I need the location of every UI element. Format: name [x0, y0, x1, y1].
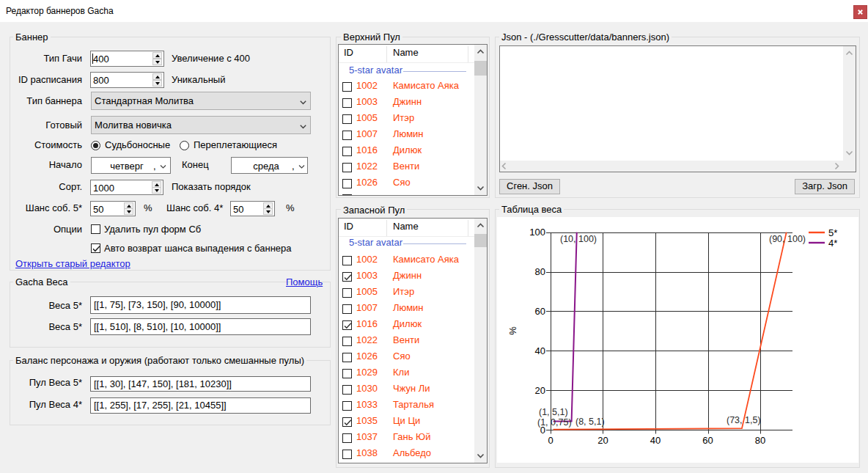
svg-text:(73, 1,5): (73, 1,5): [727, 415, 761, 425]
svg-text:(90, 100): (90, 100): [769, 234, 806, 244]
svg-text:(10, 100): (10, 100): [560, 234, 597, 244]
svg-text:20: 20: [535, 385, 545, 396]
svg-text:40: 40: [535, 345, 545, 356]
svg-text:%: %: [507, 326, 518, 335]
svg-text:40: 40: [650, 435, 661, 446]
svg-text:(1, 0,75): (1, 0,75): [537, 417, 572, 428]
svg-text:80: 80: [755, 435, 765, 446]
svg-text:(1, 5,1): (1, 5,1): [539, 407, 568, 417]
svg-text:20: 20: [597, 435, 608, 446]
svg-text:100: 100: [529, 227, 545, 238]
svg-text:(8, 5,1): (8, 5,1): [575, 417, 605, 427]
svg-text:60: 60: [535, 306, 545, 317]
svg-text:80: 80: [535, 266, 545, 277]
svg-text:5*: 5*: [828, 227, 837, 238]
svg-text:60: 60: [702, 435, 713, 446]
svg-text:4*: 4*: [828, 238, 837, 249]
svg-text:0: 0: [548, 435, 553, 446]
